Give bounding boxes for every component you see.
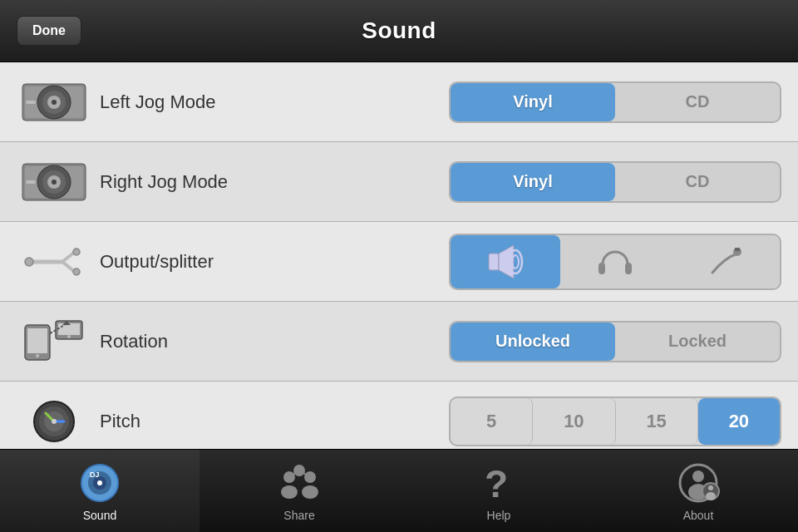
svg-point-19 bbox=[73, 268, 80, 275]
rotation-label: Rotation bbox=[91, 331, 432, 352]
tab-sound-label: Sound bbox=[83, 509, 116, 522]
svg-point-55 bbox=[692, 470, 704, 482]
output-splitter-icon bbox=[17, 230, 91, 293]
pitch-label: Pitch bbox=[91, 411, 432, 432]
svg-point-49 bbox=[281, 485, 298, 499]
svg-point-18 bbox=[73, 249, 80, 255]
right-jog-control: Vinyl CD bbox=[432, 161, 781, 203]
left-jog-control: Vinyl CD bbox=[432, 81, 781, 123]
svg-point-33 bbox=[67, 335, 71, 338]
svg-rect-13 bbox=[26, 180, 36, 184]
output-splitter-row: Output/splitter bbox=[0, 222, 798, 302]
settings-list: Left Jog Mode Vinyl CD Right Jog Mode V bbox=[0, 62, 798, 449]
rotation-locked-option[interactable]: Locked bbox=[615, 323, 780, 361]
tab-about[interactable]: About bbox=[598, 450, 798, 532]
output-splitter-segmented[interactable] bbox=[449, 234, 781, 290]
rotation-unlocked-option[interactable]: Unlocked bbox=[451, 323, 615, 361]
rotation-icon-area bbox=[17, 310, 91, 372]
svg-point-40 bbox=[52, 419, 57, 424]
pitch-control: 5 10 15 20 bbox=[432, 397, 781, 446]
pitch-15-option[interactable]: 15 bbox=[616, 398, 698, 445]
right-jog-label: Right Jog Mode bbox=[91, 171, 432, 193]
speaker-option[interactable] bbox=[451, 235, 560, 288]
svg-point-58 bbox=[708, 485, 713, 490]
rotation-row: Rotation Unlocked Locked bbox=[0, 302, 798, 382]
help-tab-icon: ? bbox=[474, 460, 524, 505]
svg-point-44 bbox=[97, 480, 102, 485]
tab-about-label: About bbox=[683, 509, 714, 522]
left-jog-label: Left Jog Mode bbox=[91, 91, 432, 113]
svg-point-59 bbox=[706, 492, 716, 500]
svg-rect-27 bbox=[735, 248, 740, 251]
header: Done Sound bbox=[0, 0, 798, 62]
svg-point-30 bbox=[36, 354, 39, 357]
tab-help-label: Help bbox=[487, 509, 511, 522]
right-jog-vinyl-option[interactable]: Vinyl bbox=[451, 163, 615, 201]
svg-rect-25 bbox=[625, 263, 632, 274]
done-button[interactable]: Done bbox=[17, 16, 81, 46]
svg-rect-20 bbox=[489, 254, 499, 270]
pitch-10-option[interactable]: 10 bbox=[533, 398, 615, 445]
tab-bar: DJ Sound Share ? Help bbox=[0, 449, 798, 532]
tab-share-label: Share bbox=[283, 509, 314, 522]
svg-point-50 bbox=[302, 485, 318, 499]
svg-rect-29 bbox=[27, 328, 47, 353]
left-jog-vinyl-option[interactable]: Vinyl bbox=[451, 83, 615, 121]
share-tab-icon bbox=[274, 460, 324, 505]
left-jog-row: Left Jog Mode Vinyl CD bbox=[0, 62, 798, 142]
output-splitter-label: Output/splitter bbox=[91, 251, 432, 273]
output-splitter-control bbox=[432, 234, 781, 290]
left-jog-segmented[interactable]: Vinyl CD bbox=[449, 81, 781, 123]
svg-text:?: ? bbox=[485, 462, 508, 504]
about-tab-icon bbox=[673, 460, 723, 505]
tab-share[interactable]: Share bbox=[200, 450, 399, 532]
right-jog-segmented[interactable]: Vinyl CD bbox=[449, 161, 781, 203]
svg-point-12 bbox=[52, 180, 57, 185]
pitch-segmented[interactable]: 5 10 15 20 bbox=[449, 397, 781, 446]
svg-rect-32 bbox=[58, 323, 80, 335]
rotation-segmented[interactable]: Unlocked Locked bbox=[449, 321, 781, 362]
left-jog-icon bbox=[17, 71, 91, 133]
svg-point-5 bbox=[52, 100, 57, 105]
pitch-row: Pitch 5 10 15 20 bbox=[0, 382, 798, 449]
pitch-20-option[interactable]: 20 bbox=[698, 398, 780, 445]
svg-point-17 bbox=[25, 258, 33, 266]
svg-rect-24 bbox=[598, 263, 605, 274]
rotation-control: Unlocked Locked bbox=[432, 321, 781, 362]
cable-option[interactable] bbox=[670, 235, 780, 288]
tab-sound[interactable]: DJ Sound bbox=[0, 450, 200, 532]
pitch-icon-area bbox=[17, 390, 91, 449]
pitch-5-option[interactable]: 5 bbox=[451, 398, 533, 445]
svg-text:DJ: DJ bbox=[90, 470, 100, 479]
right-jog-icon bbox=[17, 150, 91, 213]
svg-rect-6 bbox=[26, 101, 36, 104]
headphones-option[interactable] bbox=[560, 235, 670, 288]
left-jog-cd-option[interactable]: CD bbox=[615, 83, 780, 121]
sound-tab-icon: DJ bbox=[75, 460, 125, 505]
right-jog-row: Right Jog Mode Vinyl CD bbox=[0, 142, 798, 222]
page-title: Sound bbox=[362, 17, 436, 44]
tab-help[interactable]: ? Help bbox=[399, 450, 598, 532]
right-jog-cd-option[interactable]: CD bbox=[615, 163, 780, 201]
